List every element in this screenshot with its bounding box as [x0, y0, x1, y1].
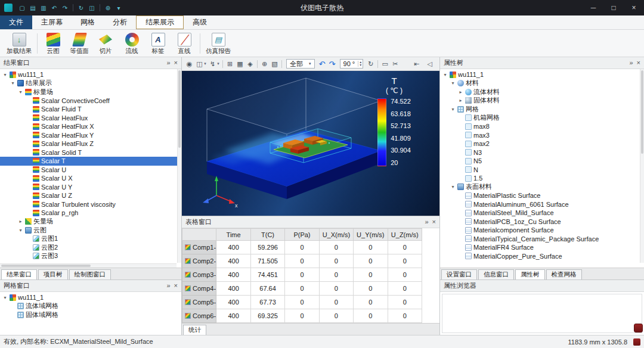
quick-icon[interactable] [100, 4, 100, 11]
expand-arrow-icon[interactable]: ▾ [10, 80, 16, 86]
table-header-cell[interactable] [182, 229, 216, 241]
status-indicator-button[interactable] [633, 338, 640, 346]
tree-item[interactable]: 流体域网格 [0, 302, 181, 311]
tree-item[interactable]: N5 [440, 157, 644, 166]
tree-item[interactable]: ▾ 云图 [0, 226, 181, 235]
settings-icon[interactable]: ⊛ [103, 3, 113, 13]
expand-arrow-icon[interactable]: ▾ [2, 295, 8, 300]
tree-item[interactable]: 云图2 [0, 243, 181, 252]
menu-tab[interactable]: 高级 [184, 15, 216, 29]
expand-arrow-icon[interactable]: ▸ [18, 219, 23, 224]
tree-item[interactable]: Scalar Solid T [0, 148, 181, 157]
collapse-panel-button[interactable]: » [166, 282, 170, 289]
close-panel-button[interactable]: × [174, 60, 178, 66]
tree-item[interactable]: ▾ wu111_1 [0, 70, 181, 79]
more-icon[interactable]: ▾ [114, 3, 123, 13]
rotate-view-icon[interactable]: ↻ [366, 59, 376, 69]
table-header-cell[interactable]: T(C) [250, 229, 284, 241]
panel-tab[interactable]: 信息窗口 [478, 269, 514, 279]
viewport-tool-icon[interactable] [377, 60, 378, 68]
floating-tool-button[interactable] [634, 324, 643, 333]
close-panel-button[interactable]: × [432, 219, 436, 225]
ribbon-button[interactable]: ▤ 仿真报告 [203, 30, 234, 57]
tree-item[interactable]: ▾ 标量场 [0, 88, 181, 97]
tree-item[interactable]: max3 [440, 131, 644, 140]
tree-item[interactable]: Scalar ConvectiveCoeff [0, 97, 181, 105]
vertical-scrollbar[interactable] [640, 69, 644, 263]
tree-item[interactable]: ▾ 结果展示 [0, 79, 181, 88]
undo-view-icon[interactable]: ↶ [317, 59, 327, 69]
table-header-cell[interactable]: P(Pa) [285, 229, 319, 241]
tree-item[interactable]: 固体域网格 [0, 310, 181, 319]
tree-item[interactable]: ▾ 材料 [440, 79, 644, 88]
refresh-icon[interactable]: ↻ [76, 3, 86, 13]
snap-icon[interactable]: ◈ [245, 59, 255, 69]
table-row[interactable]: Comp6-监控点 400 69.325 0 0 0 0 [182, 309, 422, 323]
tree-item[interactable]: ▸ 固体材料 [440, 97, 644, 105]
ribbon-button[interactable]: A 标签 [145, 30, 171, 57]
tree-item[interactable]: 云图3 [0, 252, 181, 261]
tree-item[interactable]: MaterialTypical_Ceramic_Package Surface [440, 235, 644, 244]
tree-item[interactable]: Scalar Fluid T [0, 105, 181, 114]
tree-item[interactable]: 机箱网格 [440, 114, 644, 123]
expand-arrow-icon[interactable]: ▾ [2, 72, 8, 77]
redo-icon[interactable]: ↷ [60, 3, 70, 13]
grid-icon[interactable]: ▦ [235, 59, 245, 69]
undo-icon[interactable]: ↶ [49, 3, 59, 13]
tree-item[interactable]: MaterialCopper_Pure_Surface [440, 252, 644, 261]
table-header-cell[interactable]: Time [216, 229, 250, 241]
tree-item[interactable]: MaterialPlastic Surface [440, 191, 644, 200]
ribbon-button[interactable]: ╱ 直线 [171, 30, 197, 57]
zoom-area-icon[interactable]: ⊕ [259, 59, 270, 69]
layout-icon[interactable]: ◫ [87, 3, 97, 13]
tree-item[interactable]: Scalar U [0, 166, 181, 175]
table-row[interactable]: Comp2-监控点 400 71.505 0 0 0 0 [182, 254, 422, 268]
tree-item[interactable]: Scalar HeatFlux X [0, 122, 181, 131]
tree-item[interactable]: Scalar Turbulent viscosity [0, 200, 181, 209]
close-panel-button[interactable]: × [174, 282, 178, 289]
table-header-cell[interactable]: U_Y(m/s) [354, 229, 388, 241]
panel-tab[interactable]: 检查网格 [546, 269, 582, 279]
vertical-scrollbar[interactable] [177, 69, 181, 263]
angle-spinner[interactable]: ▴▾ [358, 61, 363, 67]
tree-item[interactable]: 1.5 [440, 174, 644, 183]
viewport-tool-icon[interactable] [257, 60, 258, 68]
tree-item[interactable]: MaterialAluminum_6061 Surface [440, 200, 644, 209]
expand-arrow-icon[interactable]: ▸ [458, 89, 463, 95]
table-header-cell[interactable]: U_X(m/s) [319, 229, 353, 241]
panel-tab[interactable]: 设置窗口 [441, 269, 477, 279]
expand-arrow-icon[interactable]: ▾ [450, 80, 456, 86]
display-scope-select[interactable]: 全部 ▾ [286, 59, 315, 69]
tree-item[interactable]: ▸ 矢量场 [0, 218, 181, 226]
render-mode-icon[interactable]: ◉ [184, 59, 194, 69]
viewport-tool-icon[interactable] [222, 60, 223, 68]
panel-tab[interactable]: 属性树 [515, 269, 545, 279]
tree-item[interactable]: Scalar U Z [0, 191, 181, 200]
tree-item[interactable]: Scalar U X [0, 174, 181, 183]
panel-tab[interactable]: 统计 [183, 325, 206, 335]
panel-tab[interactable]: 项目树 [38, 269, 68, 279]
probe-caret[interactable]: ▾ [216, 59, 221, 69]
open-file-icon[interactable]: ▤ [28, 3, 38, 13]
tree-item[interactable]: ▾ 表面材料 [440, 183, 644, 192]
collapse-panel-button[interactable]: » [166, 60, 170, 66]
expand-arrow-icon[interactable]: ▾ [450, 184, 456, 189]
viewport-tool-icon[interactable] [281, 60, 282, 68]
expand-arrow-icon[interactable]: ▾ [18, 89, 23, 95]
save-icon[interactable]: ▥ [39, 3, 48, 13]
tree-item[interactable]: 云图1 [0, 235, 181, 244]
ribbon-button[interactable]: 云图 [40, 30, 66, 57]
tree-item[interactable]: MaterialFR4 Surface [440, 243, 644, 252]
collapse-panel-button[interactable]: » [425, 219, 428, 225]
ribbon-button[interactable] [200, 33, 200, 54]
rotation-angle-input[interactable]: 90 ° ▴▾ [340, 59, 364, 69]
tree-item[interactable]: Scalar HeatFlux [0, 114, 181, 123]
table-row[interactable]: Comp4-监控点 400 67.64 0 0 0 0 [182, 282, 422, 296]
new-file-icon[interactable]: ▢ [17, 3, 27, 13]
tree-item[interactable]: max2 [440, 139, 644, 148]
menu-tab[interactable]: 分析 [104, 15, 136, 29]
table-row[interactable]: Comp1-监控点 400 59.296 0 0 0 0 [182, 241, 422, 254]
tree-item[interactable]: MaterialPCB_1oz_Cu Surface [440, 218, 644, 226]
measure-icon[interactable]: ▭ [380, 59, 390, 69]
redo-view-icon[interactable]: ↷ [327, 59, 338, 69]
